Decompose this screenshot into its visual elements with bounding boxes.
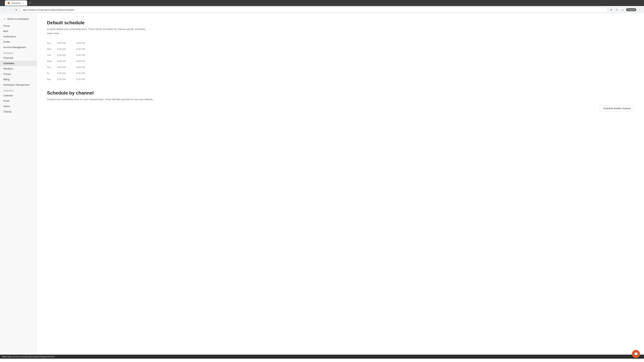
sidebar-item-notifications[interactable]: Notifications (0, 34, 37, 39)
schedule-row-mon: Mon 9:00 AM - 6:00 PM (47, 46, 634, 52)
main-content: Default schedule Controls default auto-s… (37, 13, 644, 355)
sidebar-item-clickup[interactable]: ClickUp (0, 109, 37, 114)
time-mon-start: 9:00 AM (57, 48, 69, 50)
forward-button[interactable]: → (8, 7, 13, 12)
url-text: app.sunsama.com/group/moodjoy/settings/s… (23, 8, 74, 11)
day-mon: Mon (47, 48, 54, 50)
sidebar-item-beta[interactable]: Beta (0, 28, 37, 34)
menu-button[interactable]: ⋮ (637, 7, 642, 12)
back-button[interactable]: ← (2, 7, 7, 12)
day-tue: Tue (47, 54, 54, 56)
default-schedule-section: Default schedule Controls default auto-s… (47, 20, 634, 82)
new-tab-button[interactable]: + (28, 1, 32, 5)
app-layout: ← Return to workspace Focus Beta Notific… (0, 13, 644, 355)
schedule-another-channel-button[interactable]: Schedule another channel (600, 105, 634, 112)
sidebar-item-billing[interactable]: Billing (0, 77, 37, 82)
schedule-row-sun: Sun 9:00 AM - 6:00 PM (47, 40, 634, 46)
browser-tab-bar: ‹ S Sunsama ✕ + (0, 0, 644, 6)
day-fri: Fri (47, 72, 54, 75)
address-bar[interactable]: app.sunsama.com/group/moodjoy/settings/s… (20, 7, 608, 12)
default-schedule-description: Controls default auto-scheduling times. … (47, 27, 634, 31)
time-mon-end: 6:00 PM (76, 48, 88, 50)
browser-nav-bar: ← → ↻ app.sunsama.com/group/moodjoy/sett… (0, 6, 644, 13)
channel-schedule-title: Schedule by channel (47, 90, 634, 96)
sidebar-item-account-management[interactable]: Account Management (0, 44, 37, 50)
back-arrow-icon: ← (3, 17, 6, 20)
time-tue-end: 6:00 PM (76, 54, 88, 56)
sidebar-item-email[interactable]: Email (0, 98, 37, 104)
default-schedule-title: Default schedule (47, 20, 634, 25)
status-url: https://app.sunsama.com/group/moodjoy/se… (2, 356, 55, 358)
external-link-icon: ↗ (60, 32, 62, 34)
reload-button[interactable]: ↻ (14, 7, 19, 12)
workspace-section-label: Workspace (0, 50, 37, 55)
bookmark-button[interactable]: ★ (609, 7, 614, 12)
dash-wed: - (72, 60, 73, 62)
integrations-section-label: Integrations (0, 87, 37, 93)
sidebar-item-calendar[interactable]: Calendar (0, 93, 37, 98)
sidebar-item-members[interactable]: Members (0, 66, 37, 71)
day-sun: Sun (47, 42, 54, 44)
sidebar: ← Return to workspace Focus Beta Notific… (0, 13, 37, 355)
dash-fri: - (72, 72, 73, 75)
time-wed-end: 6:00 PM (76, 60, 88, 62)
schedule-row-wed: Wed 9:00 AM - 6:00 PM (47, 58, 634, 64)
time-wed-start: 9:00 AM (57, 60, 69, 62)
status-bar: https://app.sunsama.com/group/moodjoy/se… (0, 355, 644, 359)
sidebar-item-profile[interactable]: Profile (0, 39, 37, 44)
sidebar-item-focus[interactable]: Focus (0, 23, 37, 28)
sidebar-item-schedules[interactable]: Schedules (0, 61, 37, 66)
dash-sat: - (72, 78, 73, 81)
chat-bubble-button[interactable]: 💬 (632, 350, 640, 358)
sidebar-item-channels[interactable]: Channels (0, 55, 37, 61)
channel-schedule-description: Controls auto-scheduling times on a per-… (47, 98, 634, 101)
time-tue-start: 9:00 AM (57, 54, 69, 56)
tab-close-icon[interactable]: ✕ (22, 2, 24, 4)
active-tab[interactable]: S Sunsama ✕ (5, 0, 27, 6)
day-sat: Sat (47, 78, 54, 81)
schedule-row-sat: Sat 9:00 AM - 6:00 PM (47, 76, 634, 82)
schedule-row-thu: Thu 9:00 AM - 6:00 PM (47, 64, 634, 70)
dash-thu: - (72, 66, 73, 68)
time-fri-start: 9:00 AM (57, 72, 69, 75)
channel-schedule-section: Schedule by channel Controls auto-schedu… (47, 90, 634, 112)
time-fri-end: 6:00 PM (76, 72, 88, 75)
download-button[interactable]: ↧ (615, 7, 619, 12)
tab-title: Sunsama (11, 2, 20, 4)
day-wed: Wed (47, 60, 54, 62)
sidebar-item-workspace-management[interactable]: Workspace Management (0, 82, 37, 87)
dash-mon: - (72, 48, 73, 50)
incognito-badge: Incognito (626, 8, 636, 11)
sidebar-toggle-button[interactable]: ▭ (620, 7, 625, 12)
sidebar-item-privacy[interactable]: Privacy (0, 71, 37, 77)
learn-more-link[interactable]: Learn more ↗ (47, 32, 62, 35)
time-thu-start: 9:00 AM (57, 66, 69, 68)
time-sat-start: 9:00 AM (57, 78, 69, 81)
nav-back[interactable]: ‹ (1, 1, 4, 4)
return-to-workspace[interactable]: ← Return to workspace (0, 16, 37, 23)
dash-sun: - (72, 42, 73, 44)
time-sat-end: 6:00 PM (76, 78, 88, 81)
schedule-row-fri: Fri 9:00 AM - 6:00 PM (47, 70, 634, 76)
day-thu: Thu (47, 66, 54, 68)
time-thu-end: 6:00 PM (76, 66, 88, 68)
schedule-table: Sun 9:00 AM - 6:00 PM Mon 9:00 AM - 6:00… (47, 40, 634, 82)
chat-icon: 💬 (634, 352, 638, 356)
dash-tue: - (72, 54, 73, 56)
sidebar-item-asana[interactable]: Asana (0, 104, 37, 109)
tab-favicon: S (8, 2, 10, 4)
time-sun-start: 9:00 AM (57, 42, 69, 44)
schedule-row-tue: Tue 9:00 AM - 6:00 PM (47, 52, 634, 58)
time-sun-end: 6:00 PM (76, 42, 88, 44)
return-label: Return to workspace (8, 17, 29, 20)
nav-actions: ★ ↧ ▭ Incognito ⋮ (609, 7, 642, 12)
